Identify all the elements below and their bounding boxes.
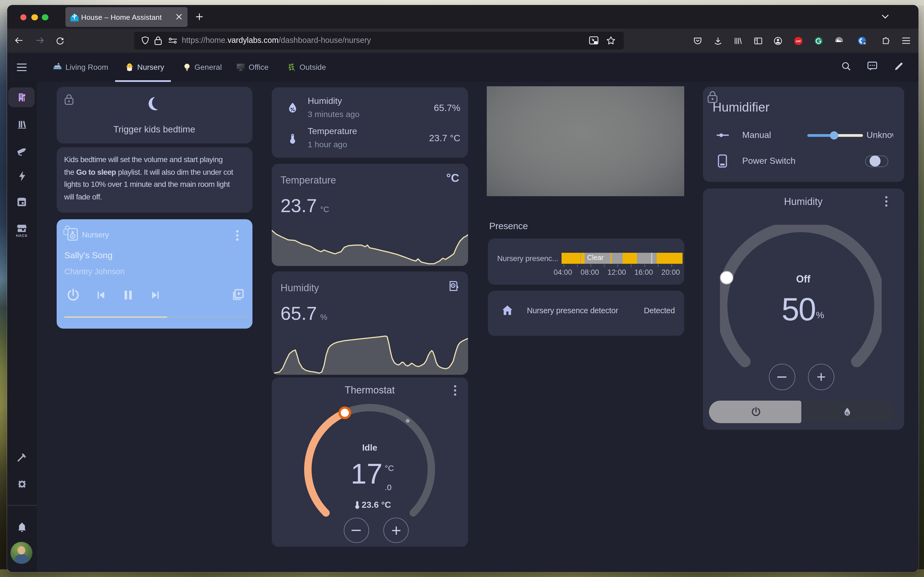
- svg-text:ABP: ABP: [795, 40, 801, 42]
